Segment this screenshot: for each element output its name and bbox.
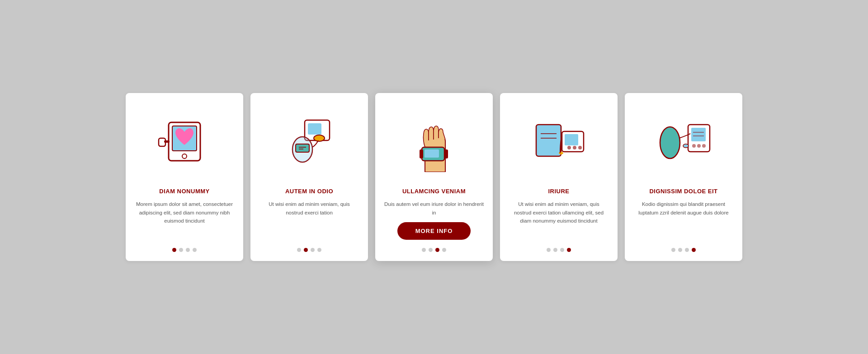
svg-rect-6 — [308, 123, 321, 135]
dot-0-3[interactable] — [193, 248, 197, 252]
dots-3 — [547, 248, 571, 252]
svg-point-2 — [182, 154, 187, 158]
dot-1-0[interactable] — [297, 248, 301, 252]
svg-rect-10 — [296, 144, 309, 152]
dot-3-0[interactable] — [547, 248, 551, 252]
card-card2: AUTEM IN ODIOUt wisi enim ad minim venia… — [250, 93, 368, 261]
dot-4-3[interactable] — [692, 248, 696, 252]
portable-bp-monitor-icon — [634, 107, 733, 179]
card-card1: DIAM NONUMMYMorem ipsum dolor sit amet, … — [126, 93, 243, 261]
svg-point-26 — [559, 152, 563, 154]
card-title-4: DIGNISSIM DOLOE EIT — [649, 188, 717, 195]
card-body-1: Ut wisi enim ad minim veniam, quis nostr… — [259, 200, 359, 240]
dot-1-1[interactable] — [304, 248, 308, 252]
wrist-monitor-hand-icon — [384, 107, 484, 179]
dot-3-3[interactable] — [567, 248, 571, 252]
svg-rect-14 — [425, 149, 439, 158]
card-card3: ULLAMCING VENIAMDuis autem vel eum iriur… — [375, 93, 493, 261]
bp-digital-monitor-icon — [509, 107, 609, 179]
bp-monitor-heart-icon — [135, 107, 234, 179]
card-body-3: Ut wisi enim ad minim veniam, quis nostr… — [509, 200, 609, 240]
dot-4-1[interactable] — [678, 248, 682, 252]
more-info-button[interactable]: MORE INFO — [397, 222, 471, 240]
dot-4-0[interactable] — [671, 248, 675, 252]
dot-2-0[interactable] — [422, 248, 426, 252]
svg-point-25 — [578, 146, 582, 149]
svg-point-34 — [702, 144, 706, 148]
svg-rect-29 — [691, 128, 706, 141]
svg-rect-18 — [536, 125, 561, 156]
svg-point-7 — [314, 135, 325, 141]
card-title-0: DIAM NONUMMY — [159, 188, 209, 195]
card-body-0: Morem ipsum dolor sit amet, consectetuer… — [135, 200, 234, 240]
dot-0-0[interactable] — [172, 248, 176, 252]
dot-2-1[interactable] — [429, 248, 433, 252]
dot-1-3[interactable] — [317, 248, 321, 252]
card-title-2: ULLAMCING VENIAM — [402, 188, 466, 195]
svg-point-33 — [697, 144, 701, 148]
dot-1-2[interactable] — [311, 248, 315, 252]
dots-0 — [172, 248, 197, 252]
bp-cuff-device-icon — [259, 107, 359, 179]
svg-rect-22 — [565, 134, 578, 145]
cards-container: DIAM NONUMMYMorem ipsum dolor sit amet, … — [0, 75, 868, 279]
dot-3-1[interactable] — [553, 248, 557, 252]
card-card5: DIGNISSIM DOLOE EITKodio dignissim qui b… — [625, 93, 742, 261]
card-body-4: Kodio dignissim qui blandit praesent lup… — [634, 200, 733, 240]
dots-2 — [422, 248, 446, 252]
dot-0-1[interactable] — [179, 248, 183, 252]
dot-2-3[interactable] — [442, 248, 446, 252]
svg-point-35 — [683, 144, 689, 148]
svg-rect-16 — [444, 149, 448, 158]
dot-0-2[interactable] — [186, 248, 190, 252]
dot-3-2[interactable] — [560, 248, 564, 252]
card-title-3: IRIURE — [548, 188, 569, 195]
svg-point-24 — [573, 146, 576, 149]
dot-2-2[interactable] — [435, 248, 439, 252]
svg-point-27 — [660, 127, 680, 158]
card-title-1: AUTEM IN ODIO — [285, 188, 333, 195]
dots-4 — [671, 248, 696, 252]
dot-4-2[interactable] — [685, 248, 689, 252]
card-card4: IRIUREUt wisi enim ad minim veniam, quis… — [500, 93, 618, 261]
card-body-2: Duis autem vel eum iriure dolor in hendr… — [384, 200, 484, 217]
svg-point-32 — [692, 144, 696, 148]
dots-1 — [297, 248, 321, 252]
svg-point-23 — [567, 146, 571, 149]
svg-rect-15 — [420, 149, 423, 158]
